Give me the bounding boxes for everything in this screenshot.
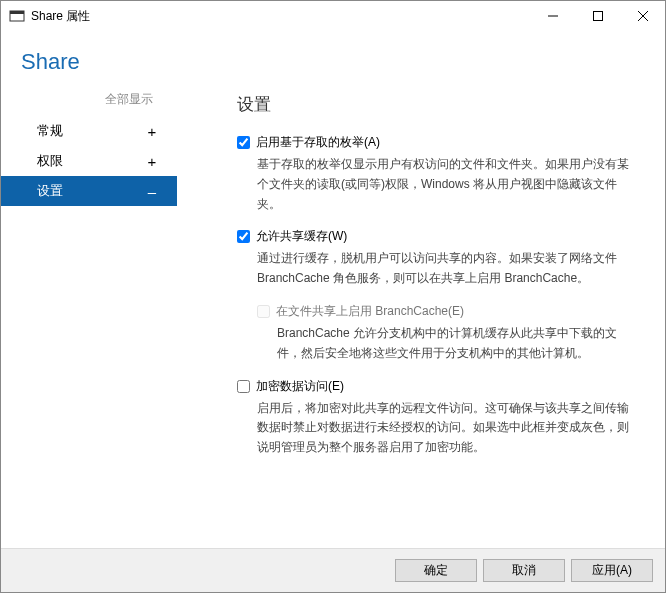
enable-access-enum-checkbox[interactable] xyxy=(237,136,250,149)
encrypt-desc: 启用后，将加密对此共享的远程文件访问。这可确保与该共享之间传输数据时禁止对数据进… xyxy=(257,399,637,458)
page-title: Share xyxy=(1,31,665,91)
sidebar-item-label: 常规 xyxy=(37,122,63,140)
allow-cache-label: 允许共享缓存(W) xyxy=(256,228,347,245)
collapse-icon: – xyxy=(145,183,159,200)
allow-cache-checkbox[interactable] xyxy=(237,230,250,243)
svg-rect-3 xyxy=(593,12,602,21)
app-icon xyxy=(9,8,25,24)
titlebar: Share 属性 xyxy=(1,1,665,31)
window-title: Share 属性 xyxy=(31,8,530,25)
show-all-link[interactable]: 全部显示 xyxy=(1,91,177,116)
allow-cache-desc: 通过进行缓存，脱机用户可以访问共享的内容。如果安装了网络文件 BranchCac… xyxy=(257,249,637,289)
encrypt-checkbox[interactable] xyxy=(237,380,250,393)
expand-icon: + xyxy=(145,123,159,140)
minimize-button[interactable] xyxy=(530,1,575,31)
close-button[interactable] xyxy=(620,1,665,31)
content-title: 设置 xyxy=(237,93,637,116)
sidebar-item-permissions[interactable]: 权限 + xyxy=(1,146,177,176)
enable-access-enum-label: 启用基于存取的枚举(A) xyxy=(256,134,380,151)
sidebar: 全部显示 常规 + 权限 + 设置 – xyxy=(1,91,177,548)
sidebar-item-general[interactable]: 常规 + xyxy=(1,116,177,146)
cancel-button[interactable]: 取消 xyxy=(483,559,565,582)
sidebar-item-label: 权限 xyxy=(37,152,63,170)
content-panel: 设置 启用基于存取的枚举(A) 基于存取的枚举仅显示用户有权访问的文件和文件夹。… xyxy=(177,91,665,548)
sidebar-item-label: 设置 xyxy=(37,182,63,200)
svg-rect-1 xyxy=(10,11,24,14)
branchcache-checkbox xyxy=(257,305,270,318)
sidebar-item-settings[interactable]: 设置 – xyxy=(1,176,177,206)
enable-access-enum-desc: 基于存取的枚举仅显示用户有权访问的文件和文件夹。如果用户没有某个文件夹的读取(或… xyxy=(257,155,637,214)
encrypt-label: 加密数据访问(E) xyxy=(256,378,344,395)
footer: 确定 取消 应用(A) xyxy=(1,548,665,592)
apply-button[interactable]: 应用(A) xyxy=(571,559,653,582)
ok-button[interactable]: 确定 xyxy=(395,559,477,582)
branchcache-desc: BranchCache 允许分支机构中的计算机缓存从此共享中下载的文件，然后安全… xyxy=(277,324,637,364)
branchcache-label: 在文件共享上启用 BranchCache(E) xyxy=(276,303,464,320)
maximize-button[interactable] xyxy=(575,1,620,31)
expand-icon: + xyxy=(145,153,159,170)
